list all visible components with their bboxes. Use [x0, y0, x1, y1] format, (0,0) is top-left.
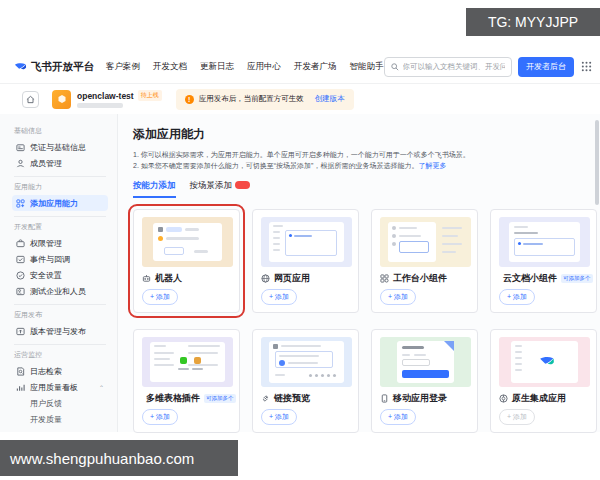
app-header-bar: openclaw-test 待上线 ! 应用发布后，当前配置方可生效 创建版本	[0, 84, 600, 114]
sidebar-item-permissions[interactable]: 权限管理	[12, 235, 108, 251]
app-avatar[interactable]	[52, 90, 71, 109]
sidebar-item-user-feedback[interactable]: 用户反馈	[12, 395, 108, 411]
nav-item-dev-docs[interactable]: 开发文档	[153, 61, 187, 73]
add-native-app-button: + 添加	[499, 409, 535, 425]
sidebar-item-test-company-users[interactable]: 测试企业和人员	[12, 283, 108, 299]
card-title: 网页应用	[274, 272, 310, 285]
card-title: 原生集成应用	[512, 392, 566, 405]
app-name[interactable]: openclaw-test	[77, 91, 134, 101]
card-title: 工作台小组件	[393, 272, 447, 285]
add-workplace-widget-button[interactable]: + 添加	[380, 289, 416, 305]
capability-card-bot[interactable]: 机器人 与用户在聊天中交互的应用，它可以向用户或群组自动发送消息、响应用户的消.…	[133, 209, 240, 313]
add-bot-button[interactable]: + 添加	[142, 289, 178, 305]
site-watermark-text: www.shengpuhuanbao.com	[10, 450, 194, 467]
search-input[interactable]	[403, 62, 506, 71]
chevron-up-icon[interactable]: ⌃	[99, 384, 104, 391]
sidebar-item-label: 事件与回调	[30, 254, 70, 265]
link-preview-card-thumbnail	[261, 337, 352, 387]
add-link-preview-button[interactable]: + 添加	[261, 409, 297, 425]
developer-console-button[interactable]: 开发者后台	[518, 57, 574, 77]
sidebar-item-members[interactable]: 成员管理	[12, 155, 108, 171]
card-title: 移动应用登录	[393, 392, 447, 405]
telegram-watermark-text: TG: MYYJJPP	[488, 14, 578, 30]
native-app-icon	[499, 394, 508, 403]
feishu-brand[interactable]: 飞书开放平台	[14, 60, 94, 74]
capability-card-bitable-plugin[interactable]: 多维表格插件 可添加多个 在多维表格上制作视图、逻辑插件，让你的多维表格变得更强…	[133, 329, 240, 433]
main-content: 添加应用能力 1. 你可以根据实际需求，为应用开启能力。单个应用可开启多种能力，…	[118, 114, 600, 432]
workplace-widget-icon	[380, 274, 389, 283]
learn-more-link[interactable]: 了解更多	[418, 162, 446, 169]
sidebar-item-label: 添加应用能力	[30, 198, 78, 209]
capability-tabs: 按能力添加 按场景添加	[133, 180, 600, 198]
instruction-line-1: 1. 你可以根据实际需求，为应用开启能力。单个应用可开启多种能力，一个能力可用于…	[133, 149, 600, 160]
add-docs-widget-button[interactable]: + 添加	[499, 289, 535, 305]
sidebar-item-label: 权限管理	[30, 238, 62, 249]
tab-label: 按能力添加	[133, 180, 176, 192]
log-search-icon	[16, 367, 25, 376]
nav-item-developer-plaza[interactable]: 开发者广场	[294, 61, 337, 73]
sidebar-item-credentials[interactable]: 凭证与基础信息	[12, 139, 108, 155]
feishu-open-platform-screen: TG: MYYJJPP www.shengpuhuanbao.com 飞书开放平…	[0, 0, 600, 480]
bitable-plugin-card-thumbnail	[142, 337, 233, 387]
nav-item-smart-assistant[interactable]: 智能助手	[350, 61, 384, 73]
capability-card-mobile-login[interactable]: 移动应用登录 移动应用可以通过飞书账号进行登录。 + 添加	[371, 329, 478, 433]
sidebar-item-events-callbacks[interactable]: 事件与回调	[12, 251, 108, 267]
feishu-logo-thumb-icon	[539, 354, 555, 368]
sidebar-item-label: 日志检索	[30, 366, 62, 377]
capability-card-docs-widget[interactable]: 云文档小组件 可添加多个 在云文档中扩展内容或者添加快捷操作。 + 添加	[490, 209, 597, 313]
global-search-box[interactable]	[384, 57, 513, 77]
sidebar-item-security-settings[interactable]: 安全设置	[12, 267, 108, 283]
sidebar-section-basic-info: 基础信息	[14, 126, 108, 136]
sidebar-section-dev-config: 开发配置	[14, 222, 108, 232]
webapp-icon	[261, 274, 270, 283]
add-capability-icon	[16, 199, 25, 208]
capability-card-workplace-widget[interactable]: 工作台小组件 将数据图表、图文资讯等信息通过小组件添加到工作台。 + 添加	[371, 209, 478, 313]
app-status-badge: 待上线	[138, 90, 162, 101]
sidebar-item-label: 应用质量看板	[30, 382, 78, 393]
web-app-card-thumbnail	[261, 217, 352, 267]
nav-item-changelog[interactable]: 更新日志	[200, 61, 234, 73]
capability-card-web-app[interactable]: 网页应用 快速接入已有的网页应用，用户可以通过飞书客户端免登录快速进入。 + 添…	[252, 209, 359, 313]
sidebar-item-label: 测试企业和人员	[30, 286, 86, 297]
page-title: 添加应用能力	[133, 126, 600, 143]
instructions: 1. 你可以根据实际需求，为应用开启能力。单个应用可开启多种能力，一个能力可用于…	[133, 149, 600, 171]
members-icon	[16, 159, 25, 168]
add-bitable-plugin-button[interactable]: + 添加	[142, 409, 178, 425]
tab-add-by-scenario[interactable]: 按场景添加	[190, 180, 251, 198]
instruction-line-2: 2. 如果您不确定需要添加什么能力，可切换至“按场景添加”，根据所需的业务场景选…	[133, 160, 600, 171]
add-mobile-login-button[interactable]: + 添加	[380, 409, 416, 425]
tab-add-by-capability[interactable]: 按能力添加	[133, 180, 176, 198]
alert-icon: !	[185, 95, 194, 104]
sidebar-item-dev-quality[interactable]: 开发质量	[12, 411, 108, 427]
add-web-app-button[interactable]: + 添加	[261, 289, 297, 305]
sidebar-section-ops-monitoring: 运营监控	[14, 350, 108, 360]
vertical-scrollbar[interactable]	[595, 120, 599, 205]
app-cube-icon	[57, 94, 67, 104]
sidebar-item-quality-board[interactable]: 应用质量看板 ⌃	[12, 379, 108, 395]
app-grid-icon[interactable]	[581, 61, 592, 72]
security-icon	[16, 271, 25, 280]
permission-icon	[16, 239, 25, 248]
sidebar-divider	[14, 176, 106, 177]
instruction-line-2-text: 2. 如果您不确定需要添加什么能力，可切换至“按场景添加”，根据所需的业务场景选…	[133, 162, 418, 169]
home-button[interactable]	[22, 91, 39, 108]
sidebar-item-log-search[interactable]: 日志检索	[12, 363, 108, 379]
bot-card-thumbnail	[142, 217, 233, 267]
release-icon	[16, 327, 25, 336]
capability-card-link-preview[interactable]: 链接预览 应用能为注册的域名自定义链接预览，用户在飞书发送链接后，能在链接下方展…	[252, 329, 359, 433]
nav-item-customer-cases[interactable]: 客户案例	[106, 61, 140, 73]
create-version-link[interactable]: 创建版本	[315, 94, 345, 104]
native-app-card-thumbnail	[499, 337, 590, 387]
capability-card-native-app[interactable]: 原生集成应用 原生集成应用可以把原生 SDK 集成到飞书本地，并调用其中的对应方…	[490, 329, 597, 433]
sidebar-item-label: 成员管理	[30, 158, 62, 169]
sidebar-item-add-capability[interactable]: 添加应用能力	[12, 195, 108, 211]
app-meta: openclaw-test 待上线	[77, 90, 162, 108]
sidebar-section-app-capability: 应用能力	[14, 182, 108, 192]
sidebar-item-version-release[interactable]: 版本管理与发布	[12, 323, 108, 339]
multi-add-badge: 可添加多个	[204, 394, 236, 403]
credential-icon	[16, 143, 25, 152]
sidebar-item-label: 用户反馈	[30, 398, 62, 409]
nav-item-app-center[interactable]: 应用中心	[247, 61, 281, 73]
home-icon	[26, 95, 35, 104]
sidebar-item-label: 安全设置	[30, 270, 62, 281]
